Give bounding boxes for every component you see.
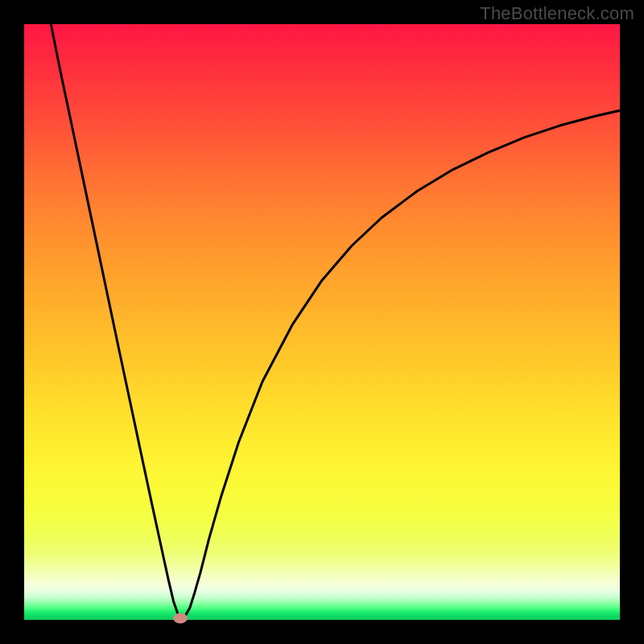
bottleneck-curve-path — [51, 24, 620, 618]
chart-frame: TheBottleneck.com — [0, 0, 644, 644]
watermark-text: TheBottleneck.com — [480, 3, 634, 24]
plot-area — [24, 24, 620, 620]
minimum-marker — [173, 613, 188, 623]
curve-svg — [24, 24, 620, 620]
